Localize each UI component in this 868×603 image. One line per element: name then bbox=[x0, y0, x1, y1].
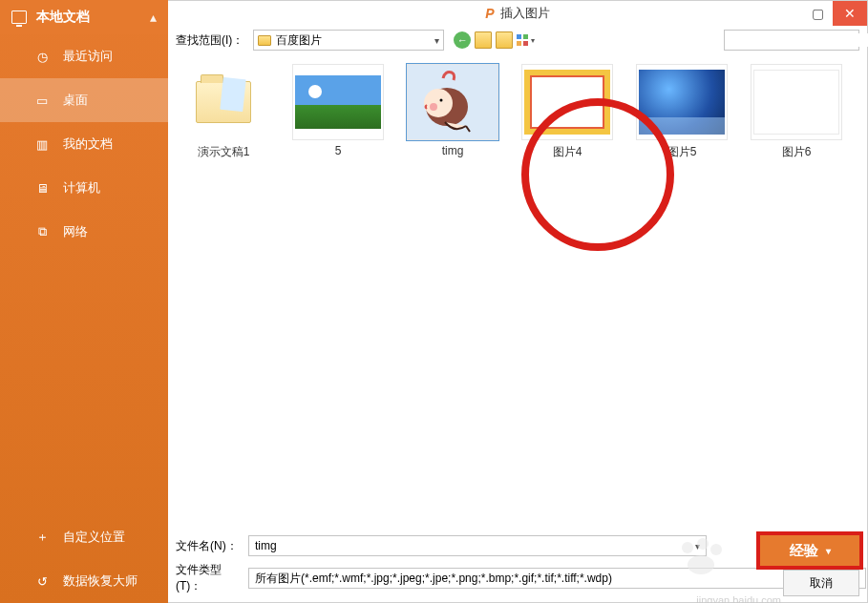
sidebar-item-label: 自定义位置 bbox=[63, 529, 125, 546]
look-in-label: 查找范围(I)： bbox=[176, 32, 243, 49]
sidebar-item-desktop[interactable]: ▭ 桌面 bbox=[0, 78, 168, 122]
path-dropdown[interactable]: 百度图片 ▾ bbox=[253, 30, 444, 51]
file-item[interactable]: 5 bbox=[290, 64, 386, 160]
recent-icon: ◷ bbox=[32, 50, 52, 63]
file-name: 图片6 bbox=[749, 144, 844, 160]
file-item[interactable]: 演示文稿1 bbox=[176, 64, 271, 160]
thumbnail bbox=[521, 64, 613, 140]
sidebar-item-label: 桌面 bbox=[63, 92, 88, 109]
plus-icon: ＋ bbox=[32, 530, 52, 544]
maximize-button[interactable]: ▢ bbox=[802, 1, 833, 26]
filename-input[interactable] bbox=[248, 535, 707, 556]
thumbnail bbox=[292, 64, 384, 140]
sidebar-item-recovery[interactable]: ↺ 数据恢复大师 bbox=[0, 559, 168, 603]
chevron-down-icon: ▾ bbox=[826, 546, 831, 556]
sidebar-header: 本地文档 ▴ bbox=[0, 0, 168, 34]
annotation-open-box: 经验 ▾ bbox=[756, 531, 863, 570]
app-logo-icon: P bbox=[485, 6, 494, 21]
sidebar-item-network[interactable]: ⧉ 网络 bbox=[0, 210, 168, 254]
chevron-down-icon: ▾ bbox=[531, 36, 535, 45]
new-folder-button[interactable] bbox=[496, 31, 513, 49]
folder-icon bbox=[258, 35, 271, 46]
svg-point-2 bbox=[430, 103, 437, 111]
watermark-text: jingyan.baidu.com bbox=[696, 594, 781, 603]
sidebar-footer: ＋ 自定义位置 ↺ 数据恢复大师 bbox=[0, 515, 168, 603]
bottom-bar: jingyan.baidu.com 文件名(N)： ▾ 文件类型(T)： ▾ 经… bbox=[168, 530, 867, 602]
monitor-icon bbox=[11, 10, 27, 24]
file-item[interactable]: 图片6 bbox=[749, 64, 844, 160]
file-name: 图片4 bbox=[519, 144, 615, 160]
current-path: 百度图片 bbox=[276, 32, 322, 49]
close-button[interactable]: ✕ bbox=[833, 1, 867, 26]
filetype-dropdown[interactable] bbox=[248, 568, 866, 589]
titlebar: P 插入图片 ▢ ✕ bbox=[168, 1, 867, 26]
file-name: 图片5 bbox=[634, 144, 730, 160]
file-area[interactable]: 演示文稿1 5 bbox=[168, 54, 867, 530]
sidebar-item-label: 计算机 bbox=[63, 179, 100, 197]
recovery-icon: ↺ bbox=[32, 574, 52, 588]
view-mode-button[interactable]: ▾ bbox=[517, 31, 534, 49]
computer-icon: 🖥 bbox=[32, 181, 52, 195]
network-icon: ⧉ bbox=[32, 225, 52, 239]
cancel-button[interactable]: 取消 bbox=[783, 570, 859, 596]
sidebar-item-label: 数据恢复大师 bbox=[63, 572, 138, 590]
grid-icon bbox=[517, 34, 528, 46]
filename-label: 文件名(N)： bbox=[176, 538, 243, 554]
open-button-label: 经验 bbox=[790, 542, 818, 560]
file-name: timg bbox=[405, 144, 500, 157]
documents-icon: ▥ bbox=[32, 137, 52, 151]
open-button[interactable]: 经验 ▾ bbox=[762, 537, 857, 564]
sidebar-item-documents[interactable]: ▥ 我的文档 bbox=[0, 122, 168, 166]
sidebar-item-label: 我的文档 bbox=[63, 135, 113, 153]
toolbar: 查找范围(I)： 百度图片 ▾ ← ▾ 🔍 bbox=[168, 26, 867, 54]
thumbnail bbox=[178, 64, 269, 140]
collapse-arrow-icon[interactable]: ▴ bbox=[150, 10, 157, 25]
file-name: 5 bbox=[290, 144, 386, 157]
chevron-down-icon: ▾ bbox=[434, 35, 439, 46]
thumbnail bbox=[636, 64, 728, 140]
file-item-selected[interactable]: timg bbox=[405, 64, 500, 160]
thumbnail bbox=[751, 64, 842, 140]
sidebar-items: ◷ 最近访问 ▭ 桌面 ▥ 我的文档 🖥 计算机 ⧉ 网络 bbox=[0, 34, 168, 515]
up-folder-button[interactable] bbox=[475, 31, 492, 49]
cancel-button-label: 取消 bbox=[810, 575, 833, 592]
desktop-icon: ▭ bbox=[32, 94, 52, 107]
file-item[interactable]: 图片5 bbox=[634, 64, 730, 160]
window-title: 插入图片 bbox=[500, 5, 550, 22]
sidebar-title: 本地文档 bbox=[36, 9, 90, 26]
window-controls: ▢ ✕ bbox=[802, 1, 867, 26]
thumbnail bbox=[407, 64, 498, 140]
nav-icons: ← ▾ bbox=[454, 31, 534, 49]
back-button[interactable]: ← bbox=[454, 31, 471, 49]
sidebar-item-recent[interactable]: ◷ 最近访问 bbox=[0, 34, 168, 78]
svg-point-3 bbox=[440, 99, 443, 102]
file-name: 演示文稿1 bbox=[176, 144, 271, 160]
main-panel: P 插入图片 ▢ ✕ 查找范围(I)： 百度图片 ▾ ← ▾ bbox=[168, 0, 868, 603]
sidebar-item-custom-location[interactable]: ＋ 自定义位置 bbox=[0, 515, 168, 559]
sidebar-item-computer[interactable]: 🖥 计算机 bbox=[0, 166, 168, 210]
sidebar: 本地文档 ▴ ◷ 最近访问 ▭ 桌面 ▥ 我的文档 🖥 计算机 ⧉ 网络 bbox=[0, 0, 168, 603]
search-input[interactable] bbox=[729, 33, 868, 47]
svg-point-1 bbox=[424, 89, 453, 117]
sidebar-item-label: 最近访问 bbox=[63, 48, 113, 65]
file-item[interactable]: 图片4 bbox=[519, 64, 615, 160]
titlebar-center: P 插入图片 bbox=[485, 5, 549, 22]
search-box[interactable]: 🔍 bbox=[724, 30, 859, 51]
sidebar-item-label: 网络 bbox=[63, 223, 88, 240]
filetype-label: 文件类型(T)： bbox=[176, 562, 243, 594]
